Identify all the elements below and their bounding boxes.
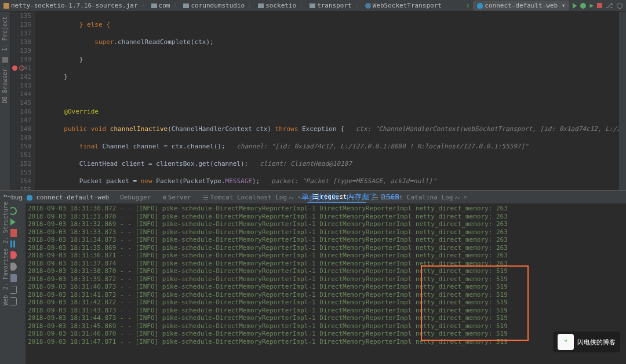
breadcrumb-pkg[interactable]: corundumstudio	[183, 2, 245, 9]
class-icon	[365, 3, 371, 9]
watermark: ❝ 闪电侠的博客	[553, 332, 620, 352]
breakpoint-icon[interactable]	[12, 65, 17, 71]
log-row: 2018-09-03 18:31:38.870 - - [INFO] pike-…	[28, 267, 624, 275]
breadcrumb-pkg[interactable]: socketio	[258, 2, 296, 9]
debug-button[interactable]	[580, 3, 586, 9]
editor-scrollbar[interactable]	[619, 12, 626, 190]
editor[interactable]: 135 136 137 138 139 140 141 142 143 144 …	[10, 12, 626, 190]
breadcrumb-pkg[interactable]: transport	[310, 2, 352, 9]
server-tab[interactable]: ⚙ Server	[157, 192, 196, 203]
navigation-bar: netty-socketio-1.7.16-sources.jar〉 com〉 …	[0, 0, 626, 12]
log-row: 2018-09-03 18:31:31.870 - - [INFO] pike-…	[28, 213, 624, 221]
breadcrumb-class[interactable]: WebSocketTransport	[365, 2, 442, 9]
breadcrumb-pkg[interactable]: com	[151, 2, 170, 9]
run-coverage-icon[interactable]: ▶	[589, 2, 594, 9]
debug-title: Debug connect-default-web	[3, 194, 109, 201]
log-row: 2018-09-03 18:31:33.873 - - [INFO] pike-…	[28, 228, 624, 236]
annotation-text: 单步执行后，内存彪了 256B	[301, 192, 399, 202]
log-row: 2018-09-03 18:31:41.873 - - [INFO] pike-…	[28, 291, 624, 299]
toolwindow-icon[interactable]	[2, 57, 8, 63]
log-row: 2018-09-03 18:31:30.872 - - [INFO] pike-…	[28, 205, 624, 213]
method-icon	[19, 65, 24, 71]
log-row: 2018-09-03 18:31:34.873 - - [INFO] pike-…	[28, 236, 624, 244]
breadcrumb-jar[interactable]: netty-socketio-1.7.16-sources.jar	[3, 2, 138, 9]
pause-button[interactable]	[10, 241, 15, 247]
build-icon[interactable]: ⇩	[466, 2, 470, 9]
bug-icon	[477, 3, 483, 9]
resume-button[interactable]	[10, 219, 16, 225]
structure-toolwindow-button[interactable]: 2. Structure	[2, 202, 9, 243]
left-toolwindow-strip-lower: 2. Structure 2. Favorites Web	[0, 197, 10, 348]
web-toolwindow-button[interactable]: Web	[2, 295, 9, 305]
log-row: 2018-09-03 18:31:40.873 - - [INFO] pike-…	[28, 283, 624, 291]
run-configuration-select[interactable]: connect-default-web ▾	[473, 1, 569, 10]
left-toolwindow-strip: 1. Project DB Browser	[0, 12, 10, 190]
log-row: 2018-09-03 18:31:32.869 - - [INFO] pike-…	[28, 220, 624, 228]
folder-icon	[151, 3, 157, 8]
search-icon[interactable]	[617, 3, 623, 9]
log-row: 2018-09-03 18:31:43.873 - - [INFO] pike-…	[28, 307, 624, 315]
log-row: 2018-09-03 18:31:35.869 - - [INFO] pike-…	[28, 244, 624, 252]
stop-button[interactable]	[597, 3, 602, 8]
wechat-icon: ❝	[558, 334, 574, 350]
project-toolwindow-button[interactable]: 1. Project	[2, 16, 8, 51]
folder-icon	[183, 3, 189, 8]
bug-icon	[27, 195, 32, 201]
log-row: 2018-09-03 18:31:45.869 - - [INFO] pike-…	[28, 322, 624, 330]
log-row: 2018-09-03 18:31:39.872 - - [INFO] pike-…	[28, 275, 624, 283]
code-area[interactable]: } else { super.channelReadComplete(ctx);…	[35, 12, 619, 190]
log-row: 2018-09-03 18:31:47.871 - - [INFO] pike-…	[28, 338, 624, 346]
log-row: 2018-09-03 18:31:42.872 - - [INFO] pike-…	[28, 299, 624, 307]
favorites-toolwindow-button[interactable]: 2. Favorites	[2, 248, 9, 290]
run-button[interactable]	[573, 3, 577, 9]
folder-icon	[258, 3, 264, 8]
debug-toolwindow: Debug connect-default-web Debugger ⚙ Ser…	[0, 190, 626, 364]
log-row: 2018-09-03 18:31:44.873 - - [INFO] pike-…	[28, 314, 624, 322]
git-icon[interactable]: ⎇	[606, 2, 613, 9]
log-row: 2018-09-03 18:31:46.870 - - [INFO] pike-…	[28, 330, 624, 338]
tomcat-localhost-log-tab[interactable]: ☰ Tomcat Localhost Log↗↙✕	[198, 192, 307, 203]
editor-gutter[interactable]: 135 136 137 138 139 140 141 142 143 144 …	[10, 12, 35, 190]
breadcrumb: netty-socketio-1.7.16-sources.jar〉 com〉 …	[3, 1, 442, 10]
db-browser-toolwindow-button[interactable]: DB Browser	[2, 68, 8, 103]
debugger-tab[interactable]: Debugger	[115, 192, 156, 203]
log-row: 2018-09-03 18:31:37.874 - - [INFO] pike-…	[28, 260, 624, 268]
jar-icon	[3, 3, 9, 9]
folder-icon	[310, 3, 315, 8]
log-row: 2018-09-03 18:31:36.871 - - [INFO] pike-…	[28, 252, 624, 260]
console-output[interactable]: 2018-09-03 18:31:30.872 - - [INFO] pike-…	[26, 203, 626, 364]
